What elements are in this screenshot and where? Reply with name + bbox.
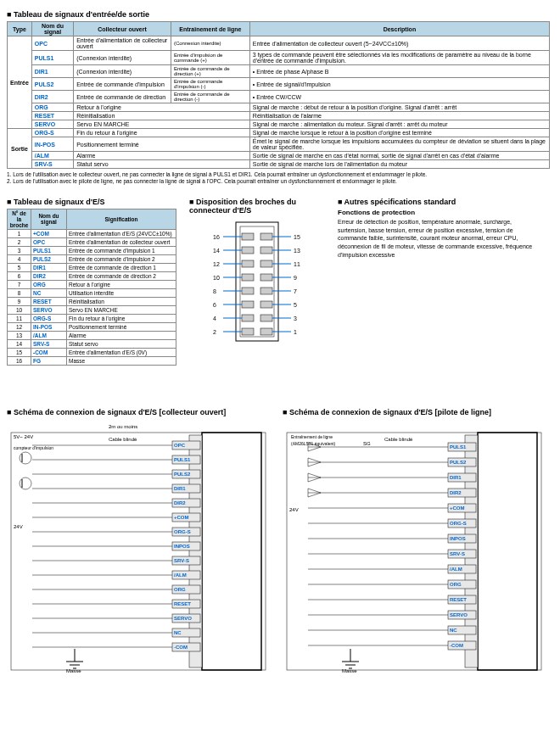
svg-rect-3 (260, 233, 272, 240)
svg-text:5: 5 (294, 302, 297, 308)
svg-text:-COM: -COM (174, 645, 188, 650)
svg-text:Cable blindé: Cable blindé (109, 437, 137, 442)
table-row: EntréeOPCEntrée d'alimentation de collec… (8, 36, 550, 51)
svg-text:3: 3 (294, 316, 297, 321)
note-2: 2. Lors de l'utilisation avec le pilote … (7, 178, 553, 185)
column-header: Signification (67, 209, 176, 229)
svg-text:PULS1: PULS1 (450, 444, 467, 450)
column-header: N° de la broche (8, 209, 31, 229)
svg-text:2: 2 (213, 329, 216, 335)
svg-rect-51 (202, 433, 261, 670)
svg-text:/ALM: /ALM (450, 567, 462, 572)
svg-text:DIR2: DIR2 (174, 500, 186, 505)
schema1-title: Schéma de connexion de signaux d'E/S [co… (7, 408, 270, 416)
svg-text:compteur d'impulsion: compteur d'impulsion (14, 445, 53, 450)
svg-rect-112 (287, 433, 541, 670)
table2-title: Tableau de signaux d'E/S (7, 198, 176, 206)
table-row: 3PULS1Entrée de commande d'impulsion 1 (8, 246, 176, 254)
svg-rect-9 (260, 247, 272, 254)
table-row: 14SRV-SStatut servo (8, 339, 176, 348)
column-header: Nom du signal (31, 22, 73, 36)
svg-text:11: 11 (294, 261, 300, 267)
column-header: Entraînement de ligne (171, 22, 249, 36)
svg-rect-39 (260, 315, 272, 321)
svg-rect-14 (242, 260, 254, 267)
io-pin-table: N° de la brocheNom du signalSignificatio… (7, 209, 176, 366)
svg-text:/ALM: /ALM (174, 572, 187, 578)
note-1: 1. Lors de l'utilisation avec le collect… (7, 171, 553, 178)
svg-rect-26 (242, 288, 254, 294)
svg-text:ORG-S: ORG-S (450, 521, 467, 526)
svg-rect-38 (242, 315, 254, 321)
table-row: 4PULS2Entrée de commande d'impulsion 2 (8, 254, 176, 263)
table-row: SRV-SStatut servoSortie de signal de mar… (8, 160, 550, 169)
svg-rect-21 (260, 274, 272, 281)
table-row: PULS2Entrée de commande d'impulsionEntré… (8, 78, 550, 91)
svg-rect-8 (242, 247, 254, 254)
table-row: 2OPCEntrée d'alimentation de collecteur … (8, 237, 176, 246)
svg-text:13: 13 (294, 248, 300, 254)
table-row: 8NCUtilisation interdite (8, 288, 176, 297)
svg-text:6: 6 (213, 302, 216, 308)
svg-text:DIR1: DIR1 (450, 475, 462, 480)
svg-rect-15 (260, 260, 272, 267)
table1-title: Tableau de signaux d'entrée/de sortie (7, 10, 553, 19)
svg-text:4: 4 (213, 316, 216, 321)
svg-rect-45 (260, 328, 272, 335)
svg-text:ORG-S: ORG-S (174, 529, 191, 534)
svg-text:24V: 24V (289, 507, 299, 512)
svg-text:+COM: +COM (174, 515, 189, 520)
svg-text:SRV-S: SRV-S (450, 551, 465, 556)
column-header: Type (8, 22, 32, 36)
schema1-diagram: 2m ou moins Cable blindé 5V~ 24V compteu… (7, 420, 270, 674)
svg-point-106 (20, 478, 31, 489)
svg-text:SG: SG (363, 441, 371, 446)
table-row: 12IN-POSPositionnement terminé (8, 322, 176, 331)
svg-text:PULS2: PULS2 (450, 460, 467, 465)
svg-text:ORG: ORG (174, 587, 186, 592)
table-row: 15-COMEntrée d'alimentation d'E/S (0V) (8, 348, 176, 356)
svg-rect-50 (11, 433, 266, 670)
svg-text:15: 15 (294, 234, 300, 240)
column-header: Collecteur ouvert (74, 22, 171, 36)
table-row: SERVOServo EN MARCHESignal de marche : a… (8, 120, 550, 129)
svg-text:RESET: RESET (450, 597, 467, 602)
svg-text:INPOS: INPOS (174, 544, 190, 549)
svg-text:2m ou moins: 2m ou moins (109, 424, 137, 429)
svg-rect-2 (242, 233, 254, 240)
svg-text:Masse: Masse (66, 668, 81, 673)
svg-text:Masse: Masse (342, 668, 357, 673)
connector-diagram: 16151413121110987654321 (206, 218, 308, 345)
svg-text:+COM: +COM (450, 505, 465, 511)
specs-title: Autres spécifications standard (338, 198, 541, 206)
svg-text:1: 1 (294, 329, 297, 335)
svg-text:RESET: RESET (174, 601, 191, 606)
table-row: /ALMAlarmeSortie de signal de marche en … (8, 152, 550, 160)
table-row: 9RESETRéinitialisation (8, 297, 176, 305)
schema2-diagram: Entraînement de ligne (AM26LS31 équivale… (283, 420, 546, 674)
table-row: 5DIR1Entrée de commande de direction 1 (8, 263, 176, 271)
svg-text:10: 10 (213, 275, 220, 281)
connector-title: Disposition des broches du connecteur d'… (189, 198, 325, 215)
svg-text:Entraînement de ligne: Entraînement de ligne (291, 434, 333, 439)
svg-rect-113 (478, 433, 537, 670)
table-row: SortieORG-SFin du retour à l'origineSign… (8, 129, 550, 137)
table-row: 6DIR2Entrée de commande de direction 2 (8, 271, 176, 280)
svg-text:9: 9 (294, 275, 297, 281)
table-row: DIR2Entrée de commande de directionEntré… (8, 91, 550, 103)
svg-rect-32 (242, 301, 254, 308)
schema2-title: Schéma de connexion de signaux d'E/S [pi… (283, 408, 546, 416)
svg-text:DIR1: DIR1 (174, 486, 186, 491)
svg-text:SERVO: SERVO (450, 612, 468, 617)
svg-rect-20 (242, 274, 254, 281)
table-row: 1+COMEntrée d'alimentation d'E/S (24VCC±… (8, 229, 176, 237)
table-row: 11ORG-SFin du retour à l'origine (8, 314, 176, 322)
specs-subtitle: Fonctions de protection (338, 209, 541, 216)
svg-text:7: 7 (294, 288, 297, 294)
svg-rect-44 (242, 328, 254, 335)
svg-text:NC: NC (174, 630, 182, 635)
svg-text:12: 12 (213, 261, 220, 267)
table-row: 7ORGRetour à l'origine (8, 280, 176, 288)
svg-text:(AM26LS31 équivalent): (AM26LS31 équivalent) (291, 441, 336, 446)
svg-rect-33 (260, 301, 272, 308)
